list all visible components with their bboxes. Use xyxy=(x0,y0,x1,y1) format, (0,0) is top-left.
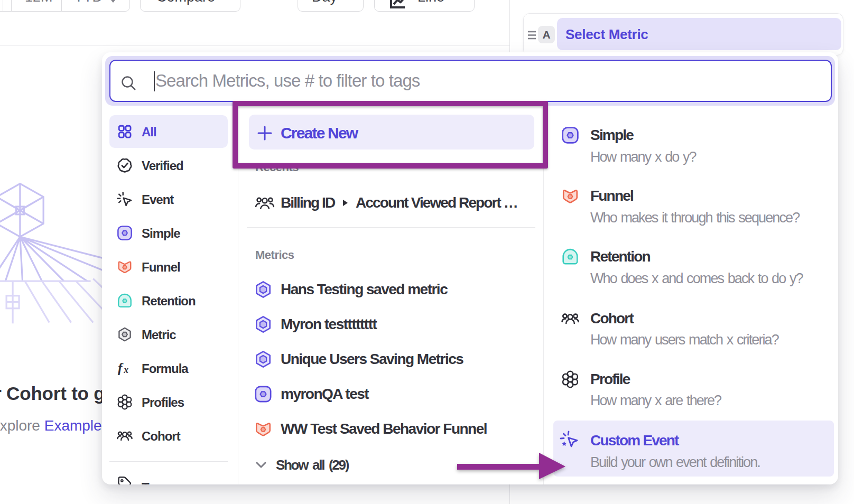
svg-text:f: f xyxy=(118,360,124,375)
svg-text:x: x xyxy=(123,365,128,375)
